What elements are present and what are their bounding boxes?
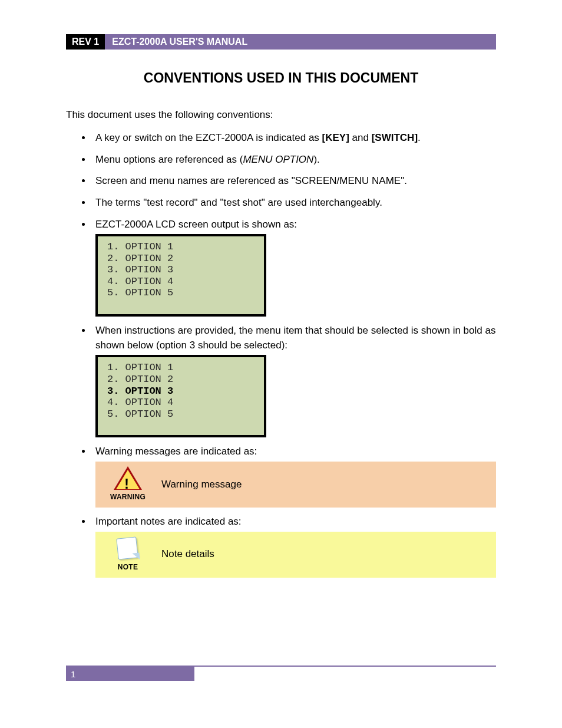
header-title: EZCT-2000A USER'S MANUAL — [105, 34, 496, 50]
lcd-line: 4. OPTION 4 — [107, 276, 254, 288]
text: Menu options are referenced as ( — [95, 154, 243, 165]
text: Warning messages are indicated as: — [95, 446, 257, 457]
conventions-list: A key or switch on the EZCT-2000A is ind… — [66, 131, 496, 578]
bullet-menu-option: Menu options are referenced as (MENU OPT… — [92, 153, 496, 167]
lcd-line: 1. OPTION 1 — [107, 362, 254, 374]
warning-message: Warning message — [157, 477, 490, 492]
bullet-note: Important notes are indicated as: NOTE N… — [92, 515, 496, 578]
lcd-example-bold: 1. OPTION 12. OPTION 23. OPTION 34. OPTI… — [95, 355, 266, 437]
text: . — [418, 132, 421, 143]
lcd-line: 1. OPTION 1 — [107, 241, 254, 253]
bullet-lcd-bold: When instructions are provided, the menu… — [92, 324, 496, 437]
switch-literal: [SWITCH] — [372, 132, 418, 143]
bullet-warning: Warning messages are indicated as: ! WAR… — [92, 444, 496, 508]
bullet-lcd-output: EZCT-2000A LCD screen output is shown as… — [92, 218, 496, 317]
intro-paragraph: This document uses the following convent… — [66, 108, 496, 123]
header-rev: REV 1 — [66, 34, 105, 50]
key-literal: [KEY] — [322, 132, 349, 143]
bullet-screen-name: Screen and menu names are referenced as … — [92, 174, 496, 189]
note-label: NOTE — [118, 562, 138, 572]
lcd-example-plain: 1. OPTION 12. OPTION 23. OPTION 34. OPTI… — [95, 234, 266, 317]
note-callout: NOTE Note details — [95, 532, 496, 578]
lcd-line: 5. OPTION 5 — [107, 287, 254, 299]
text: and — [349, 132, 372, 143]
bullet-key-switch: A key or switch on the EZCT-2000A is ind… — [92, 131, 496, 146]
lcd-line: 2. OPTION 2 — [107, 374, 254, 386]
lcd-line: 4. OPTION 4 — [107, 397, 254, 409]
lcd-line: 2. OPTION 2 — [107, 253, 254, 265]
note-message: Note details — [157, 547, 490, 562]
text: EZCT-2000A LCD screen output is shown as… — [95, 219, 297, 230]
warning-triangle-icon: ! — [114, 466, 142, 490]
warning-callout: ! WARNING Warning message — [95, 462, 496, 508]
page-number: 1 — [66, 667, 194, 681]
note-icon-column: NOTE — [99, 536, 157, 572]
lcd-line: 3. OPTION 3 — [107, 264, 254, 276]
text: Important notes are indicated as: — [95, 516, 242, 527]
notepad-icon — [115, 536, 141, 560]
text: A key or switch on the EZCT-2000A is ind… — [95, 132, 322, 143]
section-title: CONVENTIONS USED IN THIS DOCUMENT — [66, 68, 496, 88]
menu-option-literal: MENU OPTION — [243, 154, 313, 165]
text: ). — [313, 154, 319, 165]
lcd-line: 5. OPTION 5 — [107, 409, 254, 420]
bullet-test-record: The terms "test record" and "test shot" … — [92, 196, 496, 210]
page-footer: 1 — [66, 666, 496, 681]
header-bar: REV 1 EZCT-2000A USER'S MANUAL — [66, 34, 496, 50]
warning-icon-column: ! WARNING — [99, 466, 157, 502]
text: When instructions are provided, the menu… — [95, 325, 495, 351]
lcd-line-bold: 3. OPTION 3 — [107, 386, 254, 397]
